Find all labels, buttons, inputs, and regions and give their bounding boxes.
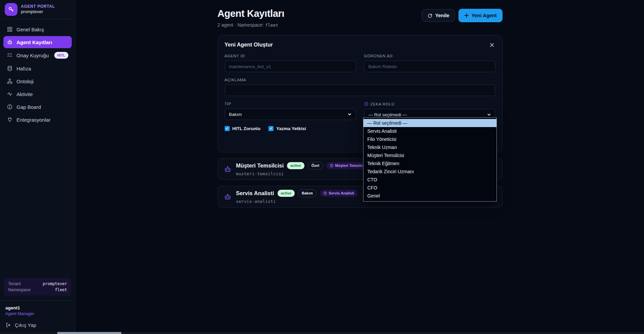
agent-name: Müşteri Temsilcisi <box>236 162 284 169</box>
brand-subtitle: promptever <box>21 9 55 14</box>
dropdown-option[interactable]: Genel <box>363 192 496 200</box>
refresh-label: Yenile <box>435 13 449 18</box>
display-name-label: GÖRÜNEN AD <box>364 54 495 58</box>
description-input[interactable] <box>225 85 495 96</box>
status-badge: active <box>287 162 304 169</box>
new-agent-button[interactable]: Yeni Agent <box>458 9 502 22</box>
hitl-required-checkbox[interactable]: HITL Zorunlu <box>225 126 261 131</box>
tenant-label: Tenant <box>8 281 21 286</box>
display-name-input[interactable] <box>364 61 495 72</box>
status-badge: active <box>278 190 295 197</box>
page-subtitle: 2 agent · Namespace: fleet <box>218 22 285 28</box>
checklist-icon <box>7 52 13 58</box>
sidebar-item-label: Aktivite <box>17 91 33 97</box>
hitl-badge: HITL <box>54 52 68 59</box>
chevron-down-icon <box>487 113 491 117</box>
checkbox-checked-icon <box>225 126 230 131</box>
sidebar-item-gap-board[interactable]: Gap Board <box>3 101 72 113</box>
main-area: Agent Kayıtları 2 agent · Namespace: fle… <box>76 0 644 334</box>
sidebar-item-label: Gap Board <box>17 104 41 110</box>
hierarchy-icon <box>7 78 13 84</box>
sidebar-item-label: Entegrasyonlar <box>17 117 51 123</box>
close-icon[interactable] <box>489 41 495 48</box>
sidebar-item-onay-kuyrugu[interactable]: Onay Kuyruğu HITL <box>3 49 72 62</box>
dropdown-option[interactable]: Servis Analisti <box>363 127 496 135</box>
sidebar-item-hafiza[interactable]: Hafıza <box>3 62 72 74</box>
sidebar-nav: Genel Bakış Agent Kayıtları Onay Kuyruğu… <box>0 19 75 130</box>
sidebar-item-aktivite[interactable]: Aktivite <box>3 88 72 100</box>
hitl-required-label: HITL Zorunlu <box>232 126 261 131</box>
tenant-panel: Tenant promptever Namespace fleet <box>4 278 71 296</box>
dropdown-option[interactable]: Müşteri Temsilcisi <box>363 151 496 159</box>
page-title: Agent Kayıtları <box>218 8 285 19</box>
checkbox-checked-icon <box>268 126 273 131</box>
description-label: AÇIKLAMA <box>225 78 495 82</box>
agent-id-input[interactable] <box>225 61 356 72</box>
dropdown-option[interactable]: Tedarik Zinciri Uzmanı <box>363 168 496 176</box>
grid-icon <box>7 26 13 32</box>
dropdown-option[interactable]: CFO <box>363 184 496 192</box>
alert-circle-icon <box>7 104 13 110</box>
sidebar-item-label: Ontoloji <box>17 79 34 84</box>
role-badge: Servis Analisti <box>320 190 357 197</box>
form-title: Yeni Agent Oluştur <box>225 42 273 48</box>
database-icon <box>7 65 13 71</box>
robot-icon <box>224 165 231 173</box>
dropdown-option[interactable]: Teknik Eğitmen <box>363 159 496 168</box>
dropdown-option[interactable]: Filo Yöneticisi <box>363 135 496 143</box>
logout-label: Çıkış Yap <box>15 322 36 328</box>
robot-icon <box>224 193 231 201</box>
sidebar-item-agent-kayitlari[interactable]: Agent Kayıtları <box>3 36 72 48</box>
key-icon <box>5 3 18 16</box>
agent-slug: musteri-temsilcisi <box>236 171 371 176</box>
sidebar-item-label: Agent Kayıtları <box>17 39 52 45</box>
role-badge-label: Servis Analisti <box>329 191 354 195</box>
info-icon <box>330 164 333 168</box>
plus-icon <box>464 13 469 18</box>
user-role: Agent Manager <box>5 311 70 316</box>
info-icon <box>364 102 368 106</box>
sidebar-item-ontoloji[interactable]: Ontoloji <box>3 75 72 87</box>
tenant-value: promptever <box>43 281 67 286</box>
plug-icon <box>7 117 13 123</box>
sidebar-item-label: Genel Bakış <box>17 27 44 32</box>
role-label-text: ZEKA ROLÜ <box>371 102 395 106</box>
logout-icon <box>5 322 11 328</box>
role-badge-label: Müşteri Temsilcisi <box>335 163 367 168</box>
sidebar-item-label: Onay Kuyruğu <box>17 53 49 58</box>
user-name: agent1 <box>5 305 70 310</box>
refresh-button[interactable]: Yenile <box>422 9 455 22</box>
activity-icon <box>7 91 13 97</box>
brand: AGENT PORTAL promptever <box>0 0 75 19</box>
sidebar-item-label: Hafıza <box>17 66 31 71</box>
logout-button[interactable]: Çıkış Yap <box>5 322 70 328</box>
dropdown-option[interactable]: CTO <box>363 176 496 184</box>
sidebar-item-entegrasyonlar[interactable]: Entegrasyonlar <box>3 114 72 126</box>
role-select-value: — Rol seçilmedi — <box>368 112 407 117</box>
write-permission-checkbox[interactable]: Yazma Yetkisi <box>268 126 306 131</box>
type-badge: Bakım <box>298 189 317 197</box>
subtitle-text: 2 agent · Namespace: <box>218 22 264 28</box>
subtitle-namespace: fleet <box>265 23 278 28</box>
agent-slug: servis-analisti <box>236 199 358 204</box>
sidebar-item-genel-bakis[interactable]: Genel Bakış <box>3 23 72 35</box>
agent-id-label: AGENT ID <box>225 54 356 58</box>
agent-name: Servis Analisti <box>236 190 274 197</box>
horizontal-scrollbar-thumb[interactable] <box>57 332 121 334</box>
sidebar: AGENT PORTAL promptever Genel Bakış Agen… <box>0 0 75 334</box>
type-label: TİP <box>225 102 356 106</box>
role-dropdown-list: — Rol seçilmedi — Servis Analisti Filo Y… <box>363 117 497 202</box>
brand-title: AGENT PORTAL <box>21 4 55 9</box>
info-icon <box>323 191 327 195</box>
type-select[interactable]: Bakım <box>225 109 356 120</box>
new-agent-label: Yeni Agent <box>472 13 496 18</box>
chevron-down-icon <box>348 112 352 116</box>
namespace-label: Namespace <box>8 287 31 292</box>
dropdown-option[interactable]: Teknik Uzman <box>363 143 496 151</box>
namespace-value: fleet <box>55 287 67 292</box>
robot-icon <box>7 39 13 45</box>
type-select-value: Bakım <box>229 112 242 117</box>
role-label: ZEKA ROLÜ <box>364 102 495 106</box>
dropdown-option[interactable]: — Rol seçilmedi — <box>363 119 496 127</box>
refresh-icon <box>427 13 432 18</box>
